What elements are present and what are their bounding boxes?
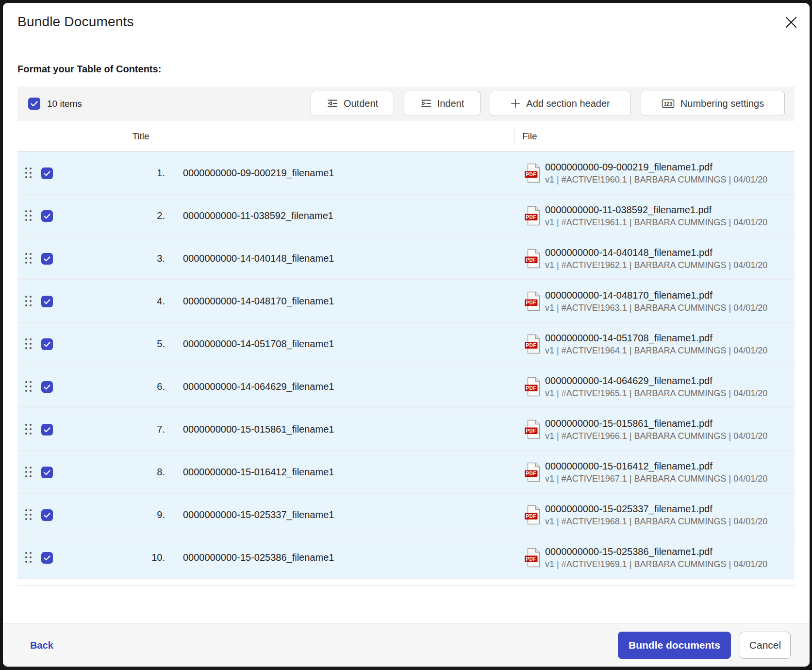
drag-handle-dots-icon[interactable] [25, 552, 32, 563]
outdent-button[interactable]: Outdent [311, 91, 394, 116]
row-file-meta: v1 | #ACTIVE!1967.1 | BARBARA CUMMINGS |… [545, 473, 767, 485]
row-number: 8. [105, 467, 165, 478]
row-file-name: 0000000000-15-015861_filename1.pdf [545, 417, 767, 430]
row-file-meta: v1 | #ACTIVE!1965.1 | BARBARA CUMMINGS |… [545, 387, 767, 400]
row-title: 0000000000-14-051708_filename1 [183, 338, 334, 350]
pdf-file-icon: PDF [524, 419, 540, 439]
row-file-meta: v1 | #ACTIVE!1961.1 | BARBARA CUMMINGS |… [545, 217, 767, 229]
dialog-titlebar: Bundle Documents [3, 3, 810, 41]
numbering-settings-button-label: Numbering settings [680, 98, 764, 109]
indent-button[interactable]: Indent [404, 91, 481, 116]
row-file-text: 0000000000-11-038592_filename1.pdf v1 | … [545, 203, 767, 229]
column-header-title: Title [112, 131, 170, 142]
row-checkbox-wrap [41, 381, 53, 393]
items-count-label: 10 items [47, 86, 82, 121]
screen: { "dialog": { "title": "Bundle Documents… [0, 0, 812, 670]
row-checkbox-wrap [41, 467, 53, 478]
back-link[interactable]: Back [30, 639, 53, 651]
table-bottom-strip [17, 579, 795, 586]
numbering-settings-button[interactable]: 123 Numbering settings [641, 91, 785, 116]
table-row: 7. 0000000000-15-015861_filename1 PDF 00… [17, 408, 795, 451]
toc-table-header: Title File [17, 121, 795, 152]
checkmark-icon [44, 342, 50, 347]
row-file-text: 0000000000-09-000219_filename1.pdf v1 | … [545, 160, 767, 186]
row-checkbox[interactable] [41, 168, 53, 179]
row-file-name: 0000000000-14-051708_filename1.pdf [545, 331, 767, 345]
plus-icon [511, 99, 520, 108]
row-file-meta: v1 | #ACTIVE!1962.1 | BARBARA CUMMINGS |… [545, 259, 767, 271]
row-checkbox[interactable] [41, 210, 53, 222]
checkmark-icon [44, 385, 50, 390]
row-checkbox[interactable] [41, 552, 53, 564]
column-header-file: File [522, 131, 537, 142]
svg-text:PDF: PDF [526, 471, 536, 476]
drag-handle-dots-icon[interactable] [25, 338, 32, 349]
table-row: 2. 0000000000-11-038592_filename1 PDF 00… [17, 195, 795, 237]
row-file-name: 0000000000-14-064629_filename1.pdf [545, 374, 767, 387]
checkmark-icon [44, 171, 50, 176]
dialog-footer: Back Bundle documents Cancel [3, 623, 810, 667]
drag-handle-dots-icon[interactable] [25, 210, 32, 221]
close-x-icon [784, 16, 798, 29]
bundle-documents-button[interactable]: Bundle documents [618, 632, 731, 659]
pdf-file-icon: PDF [524, 462, 540, 482]
drag-handle-dots-icon[interactable] [25, 253, 32, 264]
drag-handle-dots-icon[interactable] [25, 509, 32, 520]
checkmark-icon [44, 256, 50, 262]
row-number: 3. [105, 253, 165, 264]
svg-text:PDF: PDF [526, 215, 536, 220]
row-file-text: 0000000000-14-048170_filename1.pdf v1 | … [545, 288, 767, 314]
checkmark-icon [44, 299, 50, 304]
drag-handle-dots-icon[interactable] [25, 381, 32, 392]
row-checkbox[interactable] [41, 467, 53, 478]
drag-handle-dots-icon[interactable] [25, 296, 32, 306]
row-number: 1. [105, 168, 165, 179]
table-row: 6. 0000000000-14-064629_filename1 PDF 00… [17, 366, 795, 408]
row-checkbox[interactable] [41, 338, 53, 350]
pdf-file-icon: PDF [524, 249, 540, 268]
indent-icon [420, 99, 431, 108]
pdf-file-icon: PDF [524, 291, 540, 311]
row-checkbox[interactable] [41, 296, 53, 307]
row-file-cell: PDF 0000000000-14-051708_filename1.pdf v… [524, 323, 795, 365]
svg-text:PDF: PDF [526, 300, 536, 305]
row-file-meta: v1 | #ACTIVE!1969.1 | BARBARA CUMMINGS |… [545, 558, 767, 570]
drag-handle-dots-icon[interactable] [25, 168, 32, 178]
numbered-list-123-icon: 123 [662, 99, 675, 109]
row-file-name: 0000000000-15-016412_filename1.pdf [545, 459, 767, 473]
row-file-name: 0000000000-14-040148_filename1.pdf [545, 246, 767, 259]
row-checkbox[interactable] [41, 381, 53, 393]
row-title: 0000000000-15-025386_filename1 [183, 552, 334, 563]
row-number: 9. [105, 509, 165, 520]
row-file-meta: v1 | #ACTIVE!1968.1 | BARBARA CUMMINGS |… [545, 516, 767, 528]
row-file-cell: PDF 0000000000-11-038592_filename1.pdf v… [524, 195, 795, 236]
row-file-text: 0000000000-14-051708_filename1.pdf v1 | … [545, 331, 767, 357]
row-file-text: 0000000000-15-016412_filename1.pdf v1 | … [545, 459, 767, 485]
row-checkbox[interactable] [41, 509, 53, 521]
svg-text:123: 123 [664, 100, 673, 106]
row-number: 6. [105, 381, 165, 392]
svg-text:PDF: PDF [526, 257, 536, 263]
drag-handle-dots-icon[interactable] [25, 424, 32, 435]
table-row: 10. 0000000000-15-025386_filename1 PDF 0… [17, 536, 795, 579]
row-file-cell: PDF 0000000000-15-015861_filename1.pdf v… [524, 408, 795, 450]
svg-text:PDF: PDF [526, 385, 536, 391]
row-checkbox[interactable] [41, 253, 53, 265]
row-file-text: 0000000000-15-025337_filename1.pdf v1 | … [545, 502, 767, 528]
table-row: 9. 0000000000-15-025337_filename1 PDF 00… [17, 494, 795, 536]
indent-button-label: Indent [437, 98, 464, 109]
row-number: 10. [105, 552, 165, 563]
row-checkbox[interactable] [41, 424, 53, 436]
row-file-cell: PDF 0000000000-14-048170_filename1.pdf v… [524, 280, 795, 322]
svg-text:PDF: PDF [526, 428, 536, 434]
select-all-checkbox[interactable] [28, 98, 40, 110]
add-section-header-button[interactable]: Add section header [490, 91, 631, 116]
svg-text:PDF: PDF [526, 514, 536, 519]
drag-handle-dots-icon[interactable] [25, 467, 32, 477]
table-row: 4. 0000000000-14-048170_filename1 PDF 00… [17, 280, 795, 323]
row-file-cell: PDF 0000000000-14-040148_filename1.pdf v… [524, 237, 795, 279]
cancel-button[interactable]: Cancel [740, 632, 791, 659]
close-button[interactable] [783, 15, 799, 30]
svg-text:PDF: PDF [526, 556, 536, 562]
checkmark-icon [44, 513, 50, 518]
